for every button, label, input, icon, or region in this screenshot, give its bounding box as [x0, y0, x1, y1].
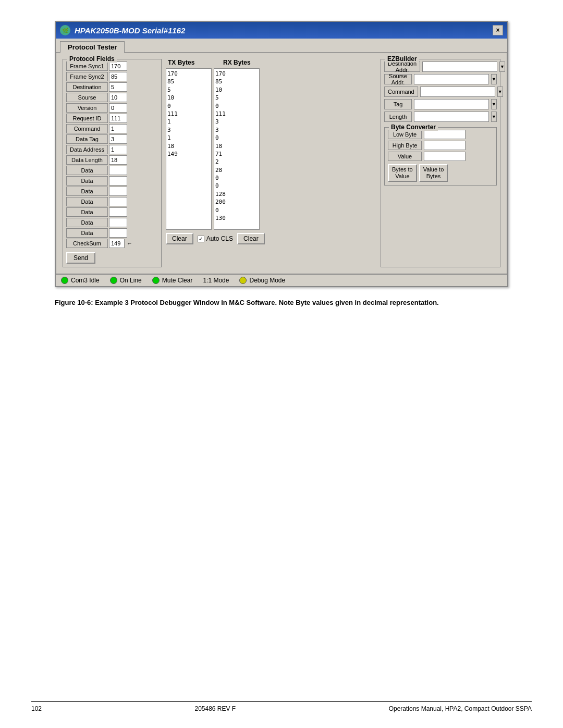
clear-rx-button[interactable]: Clear — [237, 233, 265, 244]
field-label-data-3: Data — [66, 187, 108, 196]
field-label-data-4: Data — [66, 197, 108, 206]
clear-tx-button[interactable]: Clear — [166, 233, 193, 244]
field-label-data-length: Data Length — [66, 155, 108, 165]
field-input-destination[interactable] — [109, 82, 127, 92]
status-online: On Line — [110, 277, 142, 284]
field-input-frame-sync1[interactable] — [109, 61, 127, 71]
field-input-request-id[interactable] — [109, 114, 127, 123]
tab-protocol-tester[interactable]: Protocol Tester — [60, 41, 125, 53]
ez-command-dropdown[interactable]: ▼ — [497, 87, 503, 97]
ez-length-label: Length — [384, 112, 412, 122]
protocol-fields-group: Protocol Fields Frame Sync1 Frame Sync2 … — [63, 59, 162, 267]
field-row-data-tag: Data Tag — [66, 134, 158, 144]
field-input-command[interactable] — [109, 124, 127, 133]
status-label-mode: 1:1 Mode — [203, 277, 229, 284]
field-row-command: Command — [66, 124, 158, 133]
ez-destination-input[interactable] — [422, 61, 497, 72]
footer-page-number: 102 — [31, 705, 42, 712]
field-input-data-1[interactable] — [109, 166, 127, 175]
ez-sourse-input[interactable] — [414, 74, 489, 84]
close-button[interactable]: × — [493, 25, 503, 35]
ez-command-input[interactable] — [420, 87, 495, 97]
ez-command-label: Command — [384, 87, 418, 97]
tx-rx-lists: 17085510011113118149 1708510501113301871… — [166, 68, 376, 230]
field-input-data-length[interactable] — [109, 155, 127, 165]
title-bar: 🌿 HPAK2050B-MOD Serial#1162 × — [56, 22, 507, 39]
field-label-frame-sync2: Frame Sync2 — [66, 72, 108, 81]
field-input-data-2[interactable] — [109, 176, 127, 186]
field-input-sourse[interactable] — [109, 93, 127, 102]
field-label-data-6: Data — [66, 218, 108, 227]
field-row-data-7: Data — [66, 228, 158, 238]
auto-cls-label: Auto CLS — [206, 235, 233, 242]
bytes-to-value-button[interactable]: Bytes to Value — [388, 164, 417, 182]
field-label-sourse: Sourse — [66, 93, 108, 102]
ez-length-dropdown[interactable]: ▼ — [491, 112, 497, 122]
field-row-request-id: Request ID — [66, 114, 158, 123]
field-input-data-6[interactable] — [109, 218, 127, 227]
field-input-checksum[interactable] — [109, 239, 125, 248]
field-label-checksum: CheckSum — [66, 239, 108, 248]
send-row: Send — [66, 249, 158, 264]
field-row-version: Version — [66, 103, 158, 113]
field-input-data-7[interactable] — [109, 228, 127, 238]
footer-doc-title: Operations Manual, HPA2, Compact Outdoor… — [389, 705, 532, 712]
ez-tag-dropdown[interactable]: ▼ — [491, 99, 497, 109]
tx-list[interactable]: 17085510011113118149 — [166, 68, 212, 230]
field-row-frame-sync2: Frame Sync2 — [66, 72, 158, 81]
footer-doc-number: 205486 REV F — [194, 705, 236, 712]
ez-destination-row: Destination Addr. ▼ — [384, 61, 497, 72]
status-mode: 1:1 Mode — [203, 277, 229, 284]
ez-tag-input[interactable] — [414, 99, 489, 109]
bc-high-byte-label: High Byte — [388, 141, 422, 150]
bc-low-byte-row: Low Byte — [388, 130, 493, 139]
tester-body: Protocol Fields Frame Sync1 Frame Sync2 … — [60, 57, 503, 269]
field-label-data-7: Data — [66, 228, 108, 238]
ez-length-input[interactable] — [414, 112, 489, 122]
ez-sourse-row: Sourse Addr. ▼ — [384, 74, 497, 84]
bc-high-byte-input[interactable] — [424, 141, 466, 150]
field-input-frame-sync2[interactable] — [109, 72, 127, 81]
status-label-com3: Com3 Idle — [71, 277, 100, 284]
auto-cls-checkbox[interactable]: ✓ — [198, 236, 204, 242]
field-input-data-4[interactable] — [109, 197, 127, 206]
main-content: Protocol Fields Frame Sync1 Frame Sync2 … — [56, 52, 507, 274]
bc-low-byte-label: Low Byte — [388, 130, 422, 139]
bc-value-row: Value — [388, 152, 493, 161]
field-label-destination: Destination — [66, 82, 108, 92]
auto-cls-row: ✓ Auto CLS — [198, 235, 233, 242]
ez-sourse-label: Sourse Addr. — [384, 74, 412, 84]
field-row-frame-sync1: Frame Sync1 — [66, 61, 158, 71]
status-label-online: On Line — [120, 277, 142, 284]
ez-tag-row: Tag ▼ — [384, 99, 497, 109]
send-button[interactable]: Send — [66, 252, 95, 264]
app-icon: 🌿 — [60, 25, 70, 35]
ez-tag-label: Tag — [384, 99, 412, 109]
bc-high-byte-row: High Byte — [388, 141, 493, 150]
tab-bar: Protocol Tester — [56, 39, 507, 52]
ez-destination-dropdown[interactable]: ▼ — [499, 61, 505, 72]
field-label-data-5: Data — [66, 207, 108, 217]
field-row-destination: Destination — [66, 82, 158, 92]
ez-destination-label: Destination Addr. — [384, 61, 420, 72]
byte-converter-group: Byte Converter Low Byte High Byte — [384, 127, 497, 186]
field-input-data-5[interactable] — [109, 207, 127, 217]
field-input-data-3[interactable] — [109, 187, 127, 196]
figure-caption: Figure 10-6: Example 3 Protocol Debugger… — [55, 298, 508, 308]
field-row-data-6: Data — [66, 218, 158, 227]
rx-header: RX Bytes — [223, 59, 269, 66]
bc-buttons: Bytes to Value Value to Bytes — [388, 164, 493, 182]
field-input-data-tag[interactable] — [109, 134, 127, 144]
ez-sourse-dropdown[interactable]: ▼ — [491, 74, 497, 84]
value-to-bytes-button[interactable]: Value to Bytes — [419, 164, 448, 182]
rx-list[interactable]: 1708510501113301871228001282000130 — [214, 68, 260, 230]
field-label-frame-sync1: Frame Sync1 — [66, 61, 108, 71]
tx-rx-area: TX Bytes RX Bytes 17085510011113118149 1… — [166, 59, 376, 267]
field-label-data-2: Data — [66, 176, 108, 186]
checksum-arrow: ← — [127, 240, 132, 246]
field-input-data-address[interactable] — [109, 145, 127, 154]
bc-value-input[interactable] — [424, 152, 466, 161]
bc-low-byte-input[interactable] — [424, 130, 466, 139]
status-mute: Mute Clear — [152, 277, 193, 284]
field-input-version[interactable] — [109, 103, 127, 113]
